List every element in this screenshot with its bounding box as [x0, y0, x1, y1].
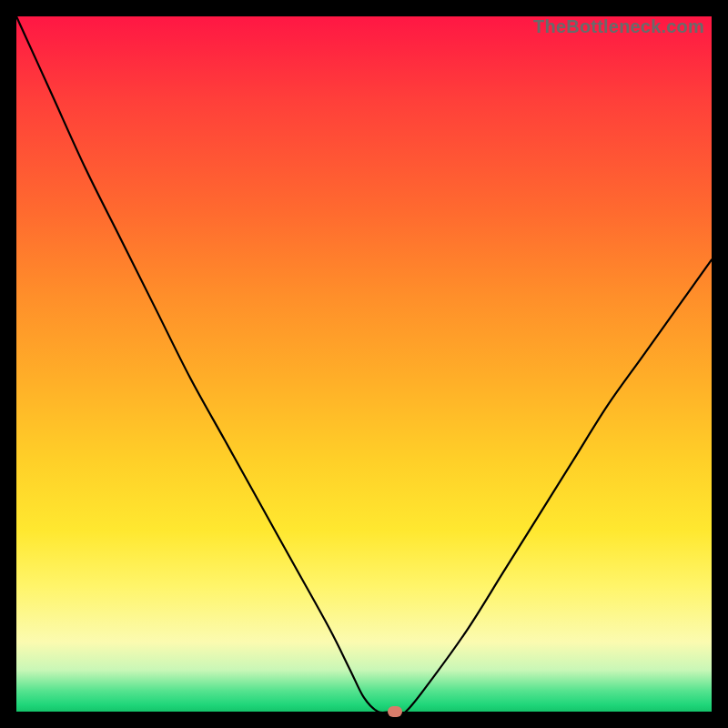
bottleneck-curve [16, 16, 712, 712]
optimal-marker [388, 706, 402, 717]
chart-container: TheBottleneck.com [0, 0, 728, 728]
plot-area: TheBottleneck.com [16, 16, 712, 712]
